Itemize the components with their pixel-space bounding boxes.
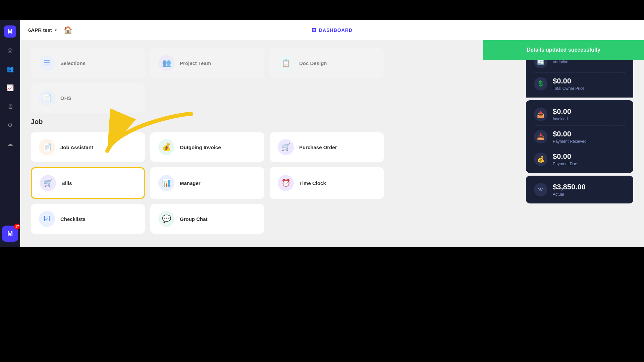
menu-item-group-chat[interactable]: 💬 Group Chat (150, 204, 264, 234)
project-team-label: Project Team (180, 60, 211, 66)
home-icon[interactable]: 🏠 (63, 26, 72, 35)
success-toast: Details updated successfully (483, 40, 644, 60)
payment-due-row: 💰 $0.00 Payment Due (534, 152, 625, 166)
toast-message: Details updated successfully (527, 47, 600, 53)
sidebar-icon-cloud[interactable]: ☁ (4, 138, 16, 150)
menu-item-purchase-order[interactable]: 🛒 Purchase Order (270, 132, 384, 162)
checklists-label: Checklists (60, 216, 86, 222)
sidebar-icon-dashboard[interactable]: ◎ (4, 44, 16, 56)
panel-card-invoicing: 📤 $0.00 Invoiced 📥 $0.00 Payment Receive… (526, 100, 633, 173)
project-name: 6APR test (28, 27, 52, 33)
owner-price-amount: $0.00 (553, 77, 585, 85)
bills-icon: 🛒 (40, 175, 56, 191)
owner-price-info: $0.00 Total Owner Price (553, 77, 585, 91)
menu-item-time-clock[interactable]: ⏰ Time Clock (270, 167, 384, 199)
purchase-order-icon: 🛒 (278, 139, 294, 155)
invoiced-amount: $0.00 (553, 107, 571, 116)
project-selector[interactable]: 6APR test ▾ (28, 27, 57, 33)
actual-icon: 👁 (534, 183, 547, 196)
panel-card-actual: 👁 $3,850.00 Actual (526, 176, 633, 203)
job-assistant-icon: 📄 (39, 139, 55, 155)
menu-item-doc-design[interactable]: 📋 Doc Design (270, 48, 384, 78)
menu-item-ohs[interactable]: 📄 OHS (31, 83, 145, 113)
sidebar-icon-people[interactable]: 👥 (4, 63, 16, 75)
manager-icon: 📊 (158, 175, 174, 191)
payment-received-icon: 📥 (534, 130, 547, 143)
invoiced-info: $0.00 Invoiced (553, 107, 571, 121)
top-row: ☰ Selections 👥 Project Team 📋 Doc Design (31, 48, 518, 78)
job-row-2: 🛒 Bills 📊 Manager ⏰ Time Clock (31, 167, 518, 199)
dashboard-label: DASHBOARD (319, 27, 353, 33)
job-assistant-label: Job Assistant (60, 144, 93, 150)
variation-label: Variation (553, 60, 568, 64)
job-row-3: ☑ Checklists 💬 Group Chat (31, 204, 518, 234)
bills-label: Bills (61, 180, 72, 186)
payment-received-row: 📥 $0.00 Payment Received (534, 130, 625, 144)
owner-price-label: Total Owner Price (553, 86, 585, 91)
group-chat-icon: 💬 (158, 211, 174, 227)
selections-label: Selections (60, 60, 86, 66)
payment-due-label: Payment Due (553, 162, 577, 166)
chevron-down-icon: ▾ (55, 28, 57, 33)
checklists-icon: ☑ (39, 211, 55, 227)
time-clock-icon: ⏰ (278, 175, 294, 191)
sidebar-icon-monitor[interactable]: 🖥 (4, 101, 16, 113)
job-section-label: Job (31, 118, 518, 126)
actual-label: Actual (553, 192, 586, 197)
right-panel: 🔄 Variation 💲 $0.00 Total Owner Price (526, 48, 633, 239)
payment-received-label: Payment Received (553, 139, 587, 144)
content-area: ☰ Selections 👥 Project Team 📋 Doc Design (20, 40, 644, 247)
payment-due-info: $0.00 Payment Due (553, 152, 577, 166)
app-logo[interactable]: M (4, 25, 16, 38)
menu-item-bills[interactable]: 🛒 Bills (31, 167, 145, 199)
group-chat-label: Group Chat (180, 216, 208, 222)
sidebar: M ◎ 👥 📈 🖥 ⚙ ☁ M 17 (0, 20, 20, 247)
owner-price-icon: 💲 (534, 77, 547, 90)
outgoing-invoice-icon: 💰 (158, 139, 174, 155)
ohs-row: 📄 OHS (31, 83, 518, 113)
menu-item-project-team[interactable]: 👥 Project Team (150, 48, 264, 78)
actual-info: $3,850.00 Actual (553, 183, 586, 197)
sidebar-icon-analytics[interactable]: 📈 (4, 82, 16, 94)
menu-item-job-assistant[interactable]: 📄 Job Assistant (31, 132, 145, 162)
sidebar-icon-settings[interactable]: ⚙ (4, 119, 16, 131)
menu-item-checklists[interactable]: ☑ Checklists (31, 204, 145, 234)
job-row-1: 📄 Job Assistant 💰 Outgoing Invoice 🛒 Pur… (31, 132, 518, 162)
doc-design-icon: 📋 (278, 55, 294, 71)
invoiced-row: 📤 $0.00 Invoiced (534, 107, 625, 121)
dashboard-button[interactable]: ⊞ DASHBOARD (312, 27, 353, 33)
time-clock-label: Time Clock (299, 180, 326, 186)
ohs-icon: 📄 (39, 90, 55, 106)
dashboard-grid-icon: ⊞ (312, 27, 316, 33)
menu-grid: ☰ Selections 👥 Project Team 📋 Doc Design (31, 48, 518, 239)
payment-due-amount: $0.00 (553, 152, 577, 161)
payment-received-info: $0.00 Payment Received (553, 130, 587, 144)
ohs-label: OHS (60, 95, 71, 101)
project-team-icon: 👥 (158, 55, 174, 71)
selections-icon: ☰ (39, 55, 55, 71)
menu-item-manager[interactable]: 📊 Manager (150, 167, 264, 199)
actual-amount: $3,850.00 (553, 183, 586, 191)
purchase-order-label: Purchase Order (299, 144, 337, 150)
actual-row: 👁 $3,850.00 Actual (534, 183, 625, 197)
sidebar-bottom-logo: M 17 (2, 226, 18, 242)
menu-item-outgoing-invoice[interactable]: 💰 Outgoing Invoice (150, 132, 264, 162)
notification-badge: 17 (14, 224, 20, 230)
invoiced-label: Invoiced (553, 117, 571, 121)
payment-received-amount: $0.00 (553, 130, 587, 138)
manager-label: Manager (180, 180, 201, 186)
invoiced-icon: 📤 (534, 108, 547, 121)
variation-info: Variation (553, 59, 568, 64)
header: 6APR test ▾ 🏠 ⊞ DASHBOARD (20, 20, 644, 40)
owner-price-row: 💲 $0.00 Total Owner Price (534, 77, 625, 91)
menu-item-selections[interactable]: ☰ Selections (31, 48, 145, 78)
payment-due-icon: 💰 (534, 153, 547, 166)
outgoing-invoice-label: Outgoing Invoice (180, 144, 221, 150)
doc-design-label: Doc Design (299, 60, 327, 66)
